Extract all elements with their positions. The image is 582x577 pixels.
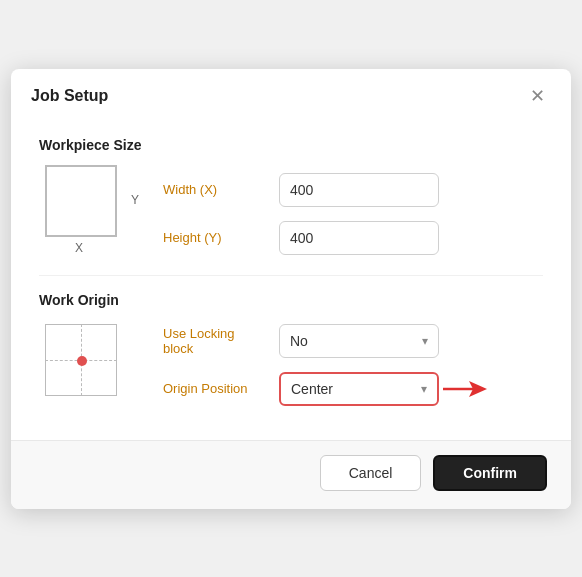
dialog-footer: Cancel Confirm [11,440,571,509]
origin-position-select-wrapper: Center Top Left Top Right Bottom Left Bo… [279,372,439,406]
width-input-wrapper: mm [279,173,439,207]
close-button[interactable]: ✕ [524,85,551,107]
origin-fields: Use Locking block No Yes ▾ Origin Positi… [163,320,543,406]
origin-position-wrapper: Center Top Left Top Right Bottom Left Bo… [279,372,439,406]
height-label: Height (Y) [163,230,263,245]
origin-dot [77,356,87,366]
width-label: Width (X) [163,182,263,197]
dialog-title: Job Setup [31,87,108,105]
workpiece-square-shape [45,165,117,237]
locking-label: Use Locking block [163,326,263,356]
origin-diagram [39,320,139,420]
dialog-header: Job Setup ✕ [11,69,571,119]
height-row: Height (Y) mm [163,221,543,255]
workpiece-section: Y X Width (X) mm Height (Y) mm [39,165,543,255]
workpiece-diagram: Y X [39,165,139,255]
origin-position-row: Origin Position Center Top Left Top Righ… [163,372,543,406]
width-input[interactable] [280,174,439,206]
height-input-wrapper: mm [279,221,439,255]
x-axis-label: X [75,241,83,255]
locking-row: Use Locking block No Yes ▾ [163,324,543,358]
arrow-annotation [443,379,487,399]
red-arrow-icon [443,379,487,399]
y-axis-label: Y [131,193,139,207]
width-row: Width (X) mm [163,173,543,207]
dialog-body: Workpiece Size Y X Width (X) mm Height (… [11,119,571,440]
origin-position-select[interactable]: Center Top Left Top Right Bottom Left Bo… [281,374,437,404]
section-divider [39,275,543,276]
job-setup-dialog: Job Setup ✕ Workpiece Size Y X Width (X)… [11,69,571,509]
origin-position-label: Origin Position [163,381,263,396]
height-input[interactable] [280,222,439,254]
work-origin-section-title: Work Origin [39,292,543,308]
confirm-button[interactable]: Confirm [433,455,547,491]
work-origin-section: Use Locking block No Yes ▾ Origin Positi… [39,320,543,420]
workpiece-fields: Width (X) mm Height (Y) mm [163,165,543,255]
cancel-button[interactable]: Cancel [320,455,422,491]
locking-select[interactable]: No Yes [280,325,438,357]
locking-select-wrapper: No Yes ▾ [279,324,439,358]
workpiece-section-title: Workpiece Size [39,137,543,153]
